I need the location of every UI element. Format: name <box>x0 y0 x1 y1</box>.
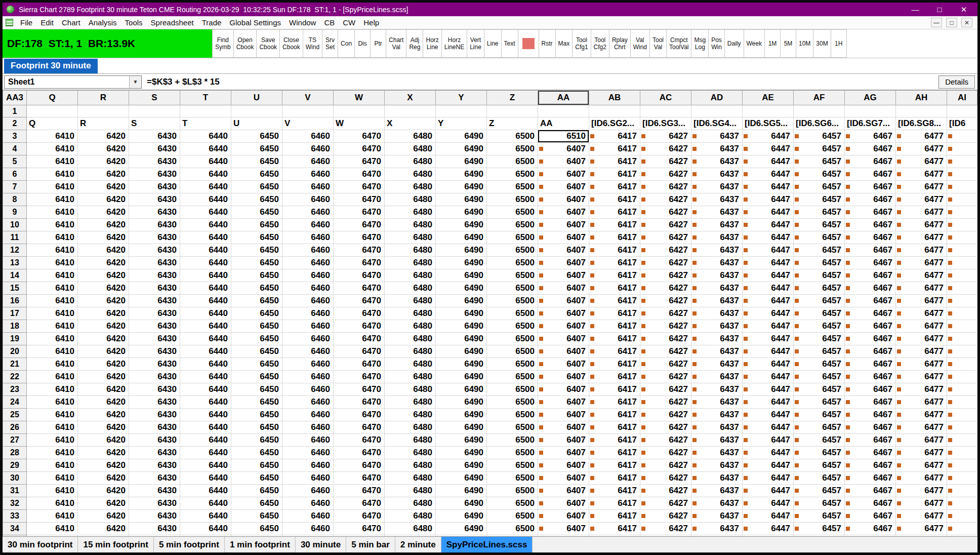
cell-q25[interactable]: 6410 <box>27 409 78 421</box>
cell-ah33[interactable]: 6477 <box>896 510 947 523</box>
cell-s1[interactable] <box>129 105 180 117</box>
cell-aa33[interactable]: 6407 <box>538 510 589 523</box>
menu-chart[interactable]: Chart <box>58 18 85 27</box>
cell-t14[interactable]: 6440 <box>180 269 231 282</box>
cell-q11[interactable]: 6410 <box>27 231 78 244</box>
cell-s9[interactable]: 6430 <box>129 206 180 219</box>
cell-y13[interactable]: 6490 <box>436 257 487 269</box>
cell-w4[interactable]: 6470 <box>334 143 385 155</box>
cell-s16[interactable]: 6430 <box>129 295 180 307</box>
cell-ah21[interactable]: 6477 <box>896 358 947 371</box>
row-header-23[interactable]: 23 <box>3 383 27 396</box>
cell-s22[interactable]: 6430 <box>129 371 180 383</box>
cell-z4[interactable]: 6500 <box>487 143 538 155</box>
cell-af8[interactable]: 6457 <box>794 193 845 206</box>
cell-y10[interactable]: 6490 <box>436 219 487 231</box>
cell-x35[interactable]: 6480 <box>385 535 436 537</box>
cell-r28[interactable]: 6420 <box>78 447 129 459</box>
cell-s21[interactable]: 6430 <box>129 358 180 371</box>
cell-x31[interactable]: 6480 <box>385 485 436 497</box>
cell-ai30[interactable] <box>947 472 977 485</box>
cell-af13[interactable]: 6457 <box>794 257 845 269</box>
cell-af33[interactable]: 6457 <box>794 510 845 523</box>
cell-y2[interactable]: Y <box>436 117 487 130</box>
cell-x12[interactable]: 6480 <box>385 244 436 257</box>
column-header-ah[interactable]: AH <box>896 91 947 105</box>
cell-ab12[interactable]: 6417 <box>589 244 640 257</box>
cell-ae11[interactable]: 6447 <box>743 231 794 244</box>
row-header-22[interactable]: 22 <box>3 371 27 383</box>
cell-ah17[interactable]: 6477 <box>896 307 947 320</box>
cell-r9[interactable]: 6420 <box>78 206 129 219</box>
cell-ac11[interactable]: 6427 <box>640 231 691 244</box>
cell-ah24[interactable]: 6477 <box>896 396 947 409</box>
column-header-ai[interactable]: AI <box>947 91 977 105</box>
cell-ah34[interactable]: 6477 <box>896 523 947 535</box>
cell-u14[interactable]: 6450 <box>231 269 282 282</box>
cell-aa26[interactable]: 6407 <box>538 421 589 434</box>
cell-ad11[interactable]: 6437 <box>691 231 743 244</box>
cell-q24[interactable]: 6410 <box>27 396 78 409</box>
cell-ah30[interactable]: 6477 <box>896 472 947 485</box>
cell-aa19[interactable]: 6407 <box>538 333 589 345</box>
cell-ab29[interactable]: 6417 <box>589 459 640 472</box>
cell-z11[interactable]: 6500 <box>487 231 538 244</box>
cell-v24[interactable]: 6460 <box>282 396 334 409</box>
cell-t31[interactable]: 6440 <box>180 485 231 497</box>
cell-ai35[interactable] <box>947 535 977 537</box>
cell-af14[interactable]: 6457 <box>794 269 845 282</box>
cell-u33[interactable]: 6450 <box>231 510 282 523</box>
cell-s17[interactable]: 6430 <box>129 307 180 320</box>
cell-z29[interactable]: 6500 <box>487 459 538 472</box>
cell-z34[interactable]: 6500 <box>487 523 538 535</box>
sheet-selector[interactable]: Sheet1 ▼ <box>4 75 142 89</box>
cell-w30[interactable]: 6470 <box>334 472 385 485</box>
cell-ae14[interactable]: 6447 <box>743 269 794 282</box>
menu-window[interactable]: Window <box>285 18 320 27</box>
cmpct-toolval-button[interactable]: CmpctToolVal <box>666 29 691 58</box>
cell-s29[interactable]: 6430 <box>129 459 180 472</box>
cell-u23[interactable]: 6450 <box>231 383 282 396</box>
cell-x5[interactable]: 6480 <box>385 155 436 168</box>
row-header-14[interactable]: 14 <box>3 269 27 282</box>
cell-ag25[interactable]: 6467 <box>845 409 896 421</box>
cell-r23[interactable]: 6420 <box>78 383 129 396</box>
cell-r26[interactable]: 6420 <box>78 421 129 434</box>
cell-v22[interactable]: 6460 <box>282 371 334 383</box>
cell-x24[interactable]: 6480 <box>385 396 436 409</box>
cell-ai11[interactable] <box>947 231 977 244</box>
cell-ad22[interactable]: 6437 <box>691 371 743 383</box>
cell-ah31[interactable]: 6477 <box>896 485 947 497</box>
cell-r3[interactable]: 6420 <box>78 130 129 143</box>
cell-q4[interactable]: 6410 <box>27 143 78 155</box>
cell-q32[interactable]: 6410 <box>27 497 78 510</box>
menu-edit[interactable]: Edit <box>36 18 58 27</box>
cell-w3[interactable]: 6470 <box>334 130 385 143</box>
cell-v9[interactable]: 6460 <box>282 206 334 219</box>
dis-button[interactable]: Dis <box>354 29 371 58</box>
cell-v3[interactable]: 6460 <box>282 130 334 143</box>
cell-s25[interactable]: 6430 <box>129 409 180 421</box>
cell-aa18[interactable]: 6407 <box>538 320 589 333</box>
cell-y5[interactable]: 6490 <box>436 155 487 168</box>
row-header-27[interactable]: 27 <box>3 434 27 447</box>
cell-ag13[interactable]: 6467 <box>845 257 896 269</box>
cell-ab21[interactable]: 6417 <box>589 358 640 371</box>
cell-x13[interactable]: 6480 <box>385 257 436 269</box>
cell-x17[interactable]: 6480 <box>385 307 436 320</box>
cell-y1[interactable] <box>436 105 487 117</box>
cell-y29[interactable]: 6490 <box>436 459 487 472</box>
cell-w35[interactable]: 6470 <box>334 535 385 537</box>
cell-x23[interactable]: 6480 <box>385 383 436 396</box>
cell-w10[interactable]: 6470 <box>334 219 385 231</box>
cell-v16[interactable]: 6460 <box>282 295 334 307</box>
cell-af28[interactable]: 6457 <box>794 447 845 459</box>
cell-ac30[interactable]: 6427 <box>640 472 691 485</box>
cell-q1[interactable] <box>27 105 78 117</box>
cell-w1[interactable] <box>334 105 385 117</box>
cell-t1[interactable] <box>180 105 231 117</box>
cell-ah1[interactable] <box>896 105 947 117</box>
cell-t19[interactable]: 6440 <box>180 333 231 345</box>
cell-q17[interactable]: 6410 <box>27 307 78 320</box>
cell-ai20[interactable] <box>947 345 977 358</box>
